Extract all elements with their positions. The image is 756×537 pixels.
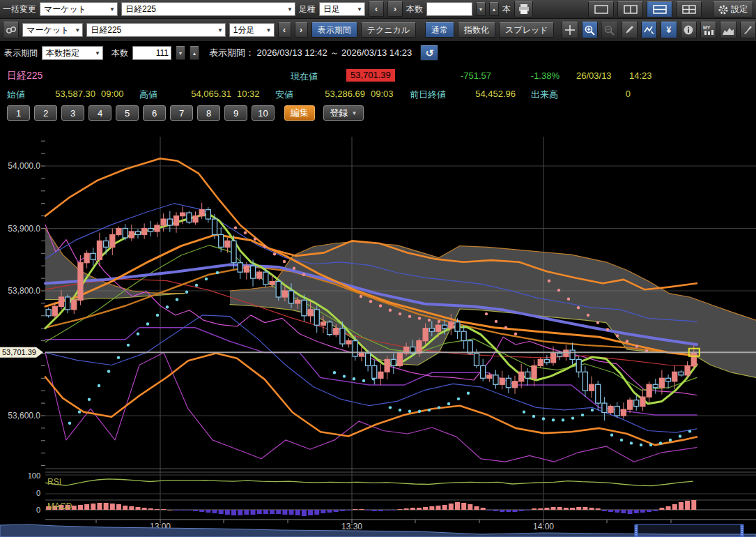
macd-bar bbox=[474, 506, 479, 510]
zoom-out-button[interactable] bbox=[601, 22, 617, 38]
open-value: 53,587.30 bbox=[31, 89, 95, 99]
sar-dot-above bbox=[418, 317, 421, 319]
spin-up-icon[interactable]: ▲ bbox=[190, 46, 199, 60]
sar-dot-below bbox=[353, 377, 355, 380]
preset-4-button[interactable]: 4 bbox=[88, 105, 111, 121]
market-select-global[interactable]: マーケット▼ bbox=[40, 2, 118, 16]
preset-bar: 1 2 3 4 5 6 7 8 9 10 編集 登録▼ bbox=[0, 103, 756, 123]
layout-switcher bbox=[588, 1, 702, 17]
yen-icon: ¥ bbox=[667, 25, 672, 35]
macd-bar bbox=[468, 504, 472, 510]
sar-dot-above bbox=[273, 252, 276, 255]
toolbar-global: 一括変更 マーケット▼ 日経225▼ 足種 日足▼ ‹ › 本数 ▼ ▲ 本 設… bbox=[0, 0, 756, 19]
my-chart-button[interactable]: MY bbox=[700, 22, 716, 38]
crosshair-button[interactable] bbox=[562, 22, 578, 38]
rsi-max-label: 100 bbox=[28, 471, 40, 480]
draw-button[interactable] bbox=[622, 22, 638, 38]
brush-tool-button[interactable] bbox=[740, 22, 756, 38]
spread-mode-button[interactable]: スプレッド bbox=[499, 22, 554, 38]
sar-dot-below bbox=[88, 398, 91, 401]
sar-dot-below bbox=[688, 430, 691, 432]
sar-dot-above bbox=[379, 304, 382, 307]
area-chart-button[interactable] bbox=[720, 22, 736, 38]
sar-dot-above bbox=[234, 226, 237, 229]
macd-bar bbox=[449, 504, 454, 510]
rsi-line bbox=[45, 479, 693, 486]
bar-type-select[interactable]: 日足▼ bbox=[319, 2, 365, 16]
chevron-down-icon: ▼ bbox=[95, 50, 100, 56]
spin-down-icon[interactable]: ▼ bbox=[176, 46, 185, 60]
bar-count-input-global[interactable] bbox=[426, 2, 472, 16]
quote-time: 14:23 bbox=[629, 70, 652, 81]
technical-button[interactable]: テクニカル bbox=[361, 22, 416, 38]
low-label: 安値 bbox=[275, 89, 293, 101]
sar-dot-above bbox=[293, 267, 295, 270]
macd-bar bbox=[199, 510, 204, 512]
sar-dot-above bbox=[263, 245, 266, 248]
settings-button[interactable]: 設定 bbox=[713, 1, 753, 17]
quote-date: 26/03/13 bbox=[576, 70, 612, 81]
yen-axis-button[interactable]: ¥ bbox=[661, 22, 677, 38]
sar-dot-below bbox=[581, 414, 584, 416]
macd-bar bbox=[276, 510, 281, 514]
next-button-global[interactable]: › bbox=[387, 1, 403, 17]
timeframe-select[interactable]: 1分足▼ bbox=[229, 23, 275, 37]
symbol-select-chart[interactable]: 日経225▼ bbox=[86, 23, 226, 37]
macd-bar bbox=[219, 510, 224, 514]
macd-bar bbox=[525, 510, 530, 510]
sar-dot-below bbox=[669, 439, 672, 441]
info-button[interactable] bbox=[681, 22, 697, 38]
macd-bar bbox=[270, 510, 275, 514]
macd-bar bbox=[685, 501, 690, 510]
symbol-select-global[interactable]: 日経225▼ bbox=[121, 2, 295, 16]
layout-grid-button[interactable] bbox=[676, 1, 702, 17]
preset-7-button[interactable]: 7 bbox=[170, 105, 193, 121]
sar-dot-below bbox=[649, 444, 652, 446]
preset-1-button[interactable]: 1 bbox=[7, 105, 30, 121]
reset-period-button[interactable]: ↺ bbox=[420, 45, 438, 61]
macd-bar bbox=[231, 510, 236, 515]
market-select-chart[interactable]: マーケット▼ bbox=[22, 23, 83, 37]
batch-change-label: 一括変更 bbox=[3, 3, 36, 15]
zoom-in-button[interactable] bbox=[582, 22, 598, 38]
preset-10-button[interactable]: 10 bbox=[252, 105, 275, 121]
print-button[interactable] bbox=[514, 1, 533, 17]
macd-bar bbox=[251, 510, 256, 515]
sar-dot-below bbox=[542, 417, 545, 420]
sar-dot-below bbox=[333, 371, 336, 374]
period-mode-select[interactable]: 本数指定▼ bbox=[42, 46, 103, 60]
preset-5-button[interactable]: 5 bbox=[116, 105, 139, 121]
prev-button-chart[interactable]: ‹ bbox=[278, 22, 291, 38]
prev-button-global[interactable]: ‹ bbox=[369, 1, 384, 17]
layout-two-horizontal-button-active[interactable] bbox=[647, 1, 672, 17]
preset-2-button[interactable]: 2 bbox=[34, 105, 57, 121]
chevron-down-icon: ▼ bbox=[287, 6, 293, 13]
preset-3-button[interactable]: 3 bbox=[61, 105, 84, 121]
bar-count-input[interactable] bbox=[132, 46, 171, 60]
sar-dot-below bbox=[216, 271, 219, 274]
preset-9-button[interactable]: 9 bbox=[224, 105, 247, 121]
next-button-chart[interactable]: › bbox=[295, 22, 308, 38]
preset-6-button[interactable]: 6 bbox=[143, 105, 166, 121]
trendline-tool-button[interactable] bbox=[641, 22, 657, 38]
preset-8-button[interactable]: 8 bbox=[197, 105, 220, 121]
indexed-mode-button[interactable]: 指数化 bbox=[458, 22, 495, 38]
layout-two-vertical-button[interactable] bbox=[617, 1, 643, 17]
macd-bar bbox=[640, 510, 645, 513]
edit-button[interactable]: 編集 bbox=[284, 105, 315, 121]
macd-bar bbox=[155, 509, 160, 510]
spin-down-icon[interactable]: ▼ bbox=[476, 2, 486, 16]
layout-single-button[interactable] bbox=[588, 1, 614, 17]
spin-up-icon[interactable]: ▲ bbox=[489, 2, 499, 16]
macd-bar bbox=[532, 508, 537, 510]
sar-dot-above bbox=[302, 273, 305, 276]
navigator-thumb[interactable] bbox=[636, 524, 742, 537]
register-button[interactable]: 登録▼ bbox=[323, 105, 364, 121]
display-period-toggle-active[interactable]: 表示期間 bbox=[311, 22, 357, 38]
macd-bar bbox=[372, 510, 377, 511]
link-button[interactable] bbox=[3, 22, 19, 38]
macd-bar bbox=[167, 510, 172, 510]
high-time: 10:32 bbox=[237, 89, 260, 99]
macd-bar bbox=[295, 510, 300, 515]
normal-mode-toggle-active[interactable]: 通常 bbox=[425, 22, 454, 38]
